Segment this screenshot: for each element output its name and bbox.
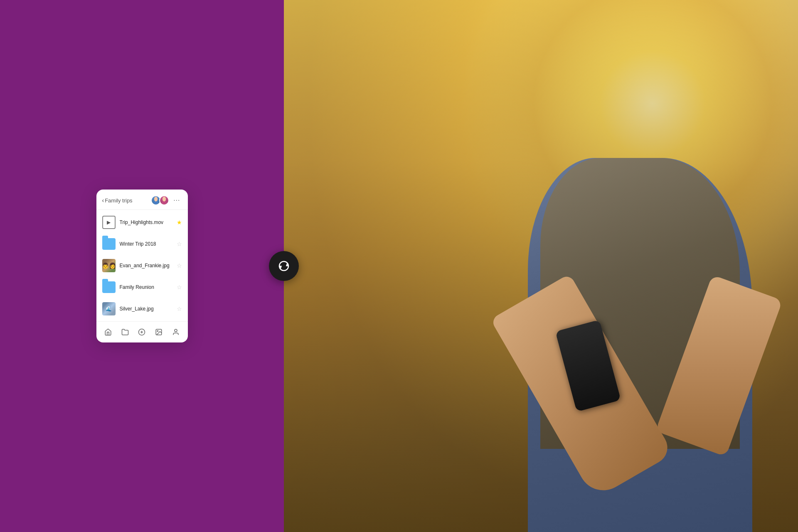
left-panel: ‹ Family trips ··· ▶ Trip_Highlights.mov	[0, 0, 284, 532]
star-button-evan-frankie[interactable]: ☆	[177, 262, 182, 269]
file-name-trip-highlights: Trip_Highlights.mov	[120, 219, 172, 225]
add-icon	[138, 328, 145, 336]
footer-folder-button[interactable]	[118, 327, 132, 337]
right-panel	[284, 0, 798, 532]
star-button-winter-trip[interactable]: ☆	[177, 241, 182, 247]
file-item-winter-trip[interactable]: Winter Trip 2018 ☆	[96, 233, 188, 255]
star-button-silver-lake[interactable]: ☆	[177, 305, 182, 312]
home-icon	[104, 328, 112, 336]
file-name-family-reunion: Family Reunion	[120, 284, 172, 290]
header-title: Family trips	[105, 197, 132, 204]
photo-icon	[155, 328, 163, 336]
footer-add-button[interactable]	[135, 327, 149, 337]
footer-photo-button[interactable]	[152, 327, 166, 337]
video-icon: ▶	[102, 216, 116, 229]
back-chevron-icon: ‹	[102, 197, 104, 204]
image-icon-evan	[102, 259, 116, 272]
file-item-silver-lake[interactable]: Silver_Lake.jpg ☆	[96, 298, 188, 320]
file-item-evan-frankie[interactable]: Evan_and_Frankie.jpg ☆	[96, 255, 188, 276]
star-button-family-reunion[interactable]: ☆	[177, 284, 182, 291]
folder-shape-winter	[102, 238, 116, 250]
folder-icon-winter	[102, 237, 116, 251]
file-name-evan-frankie: Evan_and_Frankie.jpg	[120, 263, 172, 268]
folder-shape-reunion	[102, 281, 116, 293]
folder-nav-icon	[121, 328, 129, 336]
avatar-female-image	[160, 196, 168, 204]
avatar-female	[159, 195, 169, 205]
image-icon-silver	[102, 302, 116, 315]
svg-point-5	[175, 329, 177, 332]
footer-home-button[interactable]	[101, 327, 115, 337]
sync-icon	[277, 259, 291, 273]
person-photo-area	[284, 0, 798, 532]
file-list: ▶ Trip_Highlights.mov ★ Winter Trip 2018…	[96, 210, 188, 321]
more-options-button[interactable]: ···	[172, 196, 182, 205]
person-figure	[515, 33, 765, 532]
phone-widget: ‹ Family trips ··· ▶ Trip_Highlights.mov	[96, 190, 188, 342]
sync-button[interactable]	[269, 251, 299, 281]
folder-icon-reunion	[102, 281, 116, 294]
file-name-winter-trip: Winter Trip 2018	[120, 241, 172, 247]
sync-fab-container	[269, 251, 299, 281]
file-name-silver-lake: Silver_Lake.jpg	[120, 306, 172, 312]
header-avatars	[151, 195, 169, 205]
star-button-trip-highlights[interactable]: ★	[177, 219, 182, 226]
footer-person-button[interactable]	[169, 327, 183, 337]
svg-point-4	[158, 330, 158, 331]
file-item-family-reunion[interactable]: Family Reunion ☆	[96, 276, 188, 298]
thumbnail-silver-lake	[102, 302, 116, 315]
widget-footer	[96, 321, 188, 342]
person-icon	[172, 328, 180, 336]
widget-header: ‹ Family trips ···	[96, 190, 188, 210]
file-item-trip-highlights[interactable]: ▶ Trip_Highlights.mov ★	[96, 212, 188, 233]
thumbnail-evan	[102, 259, 116, 272]
avatar-male-image	[152, 196, 160, 204]
play-button-icon: ▶	[102, 216, 116, 229]
back-button[interactable]: ‹ Family trips	[102, 197, 148, 204]
